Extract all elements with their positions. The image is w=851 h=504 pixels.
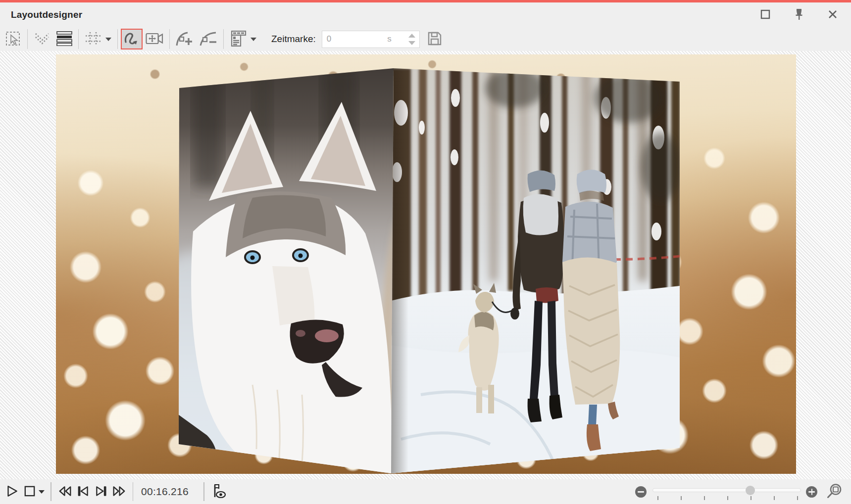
skip-to-end-button[interactable] (92, 481, 110, 502)
stop-options-chevron-icon[interactable] (39, 490, 45, 494)
layoutdesigner-window: Layoutdesigner (0, 0, 851, 504)
pin-icon (795, 8, 803, 22)
window-controls (756, 2, 842, 27)
maximize-button[interactable] (756, 5, 775, 24)
photo-couple[interactable] (391, 68, 680, 474)
stacked-bars-icon (56, 31, 72, 47)
slider-tick (704, 496, 705, 500)
dog-figure (458, 283, 499, 413)
zeitmarke-unit: s (387, 34, 392, 44)
alignment-grid-button[interactable] (82, 29, 104, 49)
spinner (408, 34, 415, 45)
slider-tick (797, 496, 798, 500)
magnifier-fit-icon (826, 483, 843, 501)
storyboard-icon (230, 30, 247, 48)
stop-button[interactable] (21, 481, 47, 502)
motion-path-tool-button[interactable] (121, 29, 143, 49)
separator (78, 29, 79, 49)
chevron-down-icon[interactable] (250, 38, 256, 41)
chevron-down-icon[interactable] (105, 38, 111, 41)
separator (223, 29, 224, 49)
zoom-in-button[interactable] (806, 486, 817, 498)
camera-pan-tool-button[interactable] (143, 29, 166, 49)
husky-portrait-image (178, 68, 394, 474)
skip-end-icon (94, 484, 108, 500)
zeitmarke-input[interactable] (322, 34, 382, 44)
separator (203, 482, 204, 501)
dotted-chevron-icon (34, 32, 50, 47)
stop-icon (23, 484, 37, 500)
camera-move-icon (146, 32, 163, 47)
separator (133, 482, 134, 501)
close-icon (828, 9, 838, 21)
separator (169, 29, 170, 49)
fast-forward-button[interactable] (110, 481, 129, 502)
photo-husky[interactable] (178, 68, 394, 474)
save-button[interactable] (427, 31, 443, 48)
skip-start-icon (76, 484, 90, 500)
skip-to-start-button[interactable] (74, 481, 92, 502)
remove-keyframe-button[interactable] (197, 29, 220, 49)
motion-path-icon (124, 31, 140, 48)
separator (50, 482, 51, 501)
man-figure (510, 170, 564, 422)
separator (117, 29, 118, 49)
rewind-button[interactable] (55, 481, 74, 502)
slide-canvas[interactable] (56, 54, 796, 474)
spinner-down-button[interactable] (408, 41, 415, 45)
object-list-button[interactable] (53, 29, 75, 49)
slider-tick (727, 496, 728, 500)
zeitmarke-label: Zeitmarke: (271, 34, 316, 45)
slider-tick (751, 496, 751, 500)
rewind-icon (57, 484, 72, 500)
workspace (0, 51, 851, 479)
slider-tick (657, 496, 658, 500)
zoom-controls (635, 483, 843, 501)
spinner-up-button[interactable] (408, 34, 415, 38)
winter-forest-image (391, 68, 680, 474)
save-icon (427, 31, 443, 48)
zoom-out-button[interactable] (635, 486, 647, 498)
maximize-icon (760, 9, 770, 21)
curve-minus-icon (200, 31, 217, 48)
zoom-slider-track[interactable] (652, 488, 801, 492)
slider-tick (681, 496, 682, 500)
close-button[interactable] (823, 5, 842, 24)
separator (27, 29, 28, 49)
add-keyframe-button[interactable] (173, 29, 197, 49)
select-tool-icon (5, 30, 21, 48)
playback-bar: 00:16.216 (0, 479, 851, 504)
zeitmarke-spinbox: s (322, 31, 420, 48)
keyframe-visibility-toggle[interactable] (208, 481, 229, 502)
slider-tick (774, 496, 775, 500)
flag-eye-icon (210, 483, 227, 501)
zoom-fit-button[interactable] (826, 483, 843, 501)
fast-forward-icon (112, 484, 127, 500)
time-display: 00:16.216 (137, 486, 193, 498)
zoom-slider-thumb[interactable] (746, 486, 755, 495)
curve-plus-icon (176, 31, 194, 48)
grid-snap-icon (85, 31, 101, 47)
toolbar: Zeitmarke: s (0, 27, 851, 51)
play-button[interactable] (3, 481, 21, 502)
play-icon (5, 484, 19, 500)
select-tool-button[interactable] (2, 29, 24, 49)
smooth-selection-tool-button[interactable] (31, 29, 53, 49)
text-layout-button[interactable] (227, 29, 250, 49)
pin-button[interactable] (790, 5, 808, 24)
zoom-slider[interactable] (652, 484, 801, 499)
title-bar: Layoutdesigner (0, 2, 851, 27)
page-title: Layoutdesigner (11, 9, 82, 20)
woman-figure (562, 170, 620, 451)
